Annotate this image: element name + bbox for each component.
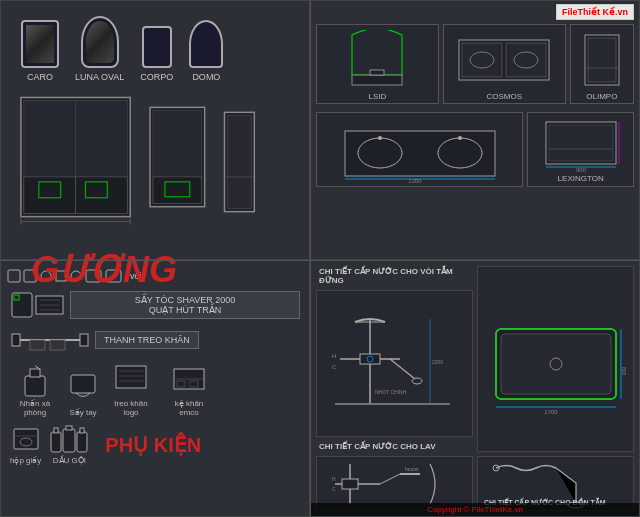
svg-point-31 [458, 136, 462, 140]
olimpo-label: OLIMPO [586, 92, 617, 101]
towel-hook-label: treo khăn logo [106, 399, 156, 417]
domo-label: DOMO [192, 72, 220, 82]
svg-rect-56 [30, 340, 45, 350]
cosmos-label: COSMOS [486, 92, 522, 101]
svg-rect-9 [153, 177, 202, 204]
paper-box-label: hộp giấy [10, 456, 41, 465]
svg-rect-94 [342, 479, 358, 489]
paper-box-icon [11, 424, 41, 454]
shaver-row: SẤY TÓC SHAVER 2000 QUẠT HÚT TRẦN [6, 289, 304, 321]
shower-standing-cad: H C 2200 NHOT CHINH [330, 314, 460, 414]
emco-shelf-label: kệ khăn emco [164, 399, 214, 417]
shower-header: CHI TIẾT CẤP NƯỚC CHO VÒI TẮM ĐỨNG [316, 266, 473, 286]
hand-dryer-label: Sấy tay [69, 408, 96, 417]
watermark: FileThiết Kế.vn [556, 4, 634, 20]
soap-dispenser-icon [20, 361, 50, 397]
svg-text:1200: 1200 [408, 178, 422, 184]
shampoo-item: DẦU GỘI [49, 424, 89, 465]
lsid-label: LSID [369, 92, 387, 101]
lexington-label: LEXINGTON [558, 174, 604, 183]
svg-rect-17 [352, 75, 402, 85]
towel-bar-icon [10, 326, 90, 354]
svg-text:faucet: faucet [405, 466, 419, 472]
bottom-accessories-row: hộp giấy DẦU GỘI PHỤ KIỆN [6, 422, 304, 467]
svg-rect-78 [80, 428, 84, 433]
bathtub-top-cad: 1700 800 [486, 299, 626, 419]
svg-rect-74 [54, 428, 58, 433]
accessories-icons-row: Nhấn xà phòng Sấy tay treo khăn logo [6, 359, 304, 419]
mirror-domo: DOMO [189, 20, 223, 82]
lav-header: CHI TIẾT CẤP NƯỚC CHO LAV [316, 441, 473, 452]
shampoo-icon [49, 424, 89, 454]
mirror-caro: CARO [21, 20, 59, 82]
mirror-corpo: CORPO [140, 26, 173, 82]
svg-line-95 [380, 474, 400, 484]
svg-rect-101 [501, 334, 611, 394]
svg-rect-47 [12, 293, 32, 317]
hand-dryer-icon [68, 370, 98, 406]
copyright-bar: Copyright © FileThietKe.vn [311, 503, 639, 516]
bottom-left-panel: vòi. SẤY TÓC SHAVER 2000 QUẠT HÚT TRẦN [0, 260, 310, 517]
say-toc-label: SẤY TÓC SHAVER 2000 QUẠT HÚT TRẦN [70, 291, 300, 319]
cosmos-drawing [454, 30, 554, 90]
shampoo-label: DẦU GỘI [53, 456, 86, 465]
emco-shelf-item: kệ khăn emco [164, 361, 214, 417]
emco-shelf-icon [172, 361, 207, 397]
luna-shape [81, 16, 119, 68]
svg-text:NHOT CHINH: NHOT CHINH [375, 389, 407, 395]
lsid-drawing [332, 30, 422, 90]
vanity-lsid: LSID [316, 24, 439, 104]
lexington-drawing: 900 [541, 117, 621, 172]
svg-rect-55 [80, 334, 88, 346]
svg-rect-76 [66, 426, 72, 430]
svg-rect-20 [462, 43, 502, 77]
vanity-lexington: 900 LEXINGTON [527, 112, 634, 187]
vanity-plan-left: 1200 [316, 112, 523, 187]
soap-dispenser-item: Nhấn xà phòng [10, 361, 60, 417]
svg-rect-40 [8, 270, 20, 282]
svg-text:800: 800 [621, 367, 626, 376]
mirror-luna-oval: LUNA OVAL [75, 16, 124, 82]
svg-rect-75 [63, 429, 75, 452]
caro-shape [21, 20, 59, 68]
paper-box-item: hộp giấy [10, 424, 41, 465]
guong-title: GƯƠNG [31, 249, 299, 291]
svg-text:C: C [332, 364, 337, 370]
vanity-olimpo: OLIMPO [570, 24, 634, 104]
towel-hook-item: treo khăn logo [106, 361, 156, 417]
main-container: CARO LUNA OVAL CORPO DOMO [0, 0, 640, 517]
svg-rect-38 [549, 125, 613, 161]
svg-rect-27 [345, 131, 495, 176]
svg-text:1700: 1700 [544, 409, 558, 415]
corpo-label: CORPO [140, 72, 173, 82]
domo-shape [189, 20, 223, 68]
mirror-items-row: CARO LUNA OVAL CORPO DOMO [11, 11, 299, 87]
towel-hook-icon [114, 361, 149, 397]
svg-rect-59 [30, 369, 40, 377]
svg-rect-25 [588, 38, 616, 82]
svg-text:C: C [332, 486, 336, 492]
svg-point-84 [412, 378, 422, 384]
shaver-icon [10, 291, 65, 319]
svg-point-30 [378, 136, 382, 140]
caro-label: CARO [27, 72, 53, 82]
svg-text:H: H [332, 476, 336, 482]
watermark-text: FileThiết Kế.vn [562, 7, 628, 17]
svg-rect-61 [71, 375, 95, 393]
top-left-panel: CARO LUNA OVAL CORPO DOMO [0, 0, 310, 260]
svg-rect-57 [50, 340, 65, 350]
svg-rect-62 [116, 366, 146, 388]
svg-text:900: 900 [576, 167, 587, 172]
olimpo-drawing [577, 30, 627, 90]
hand-dryer-item: Sấy tay [68, 370, 98, 417]
svg-rect-73 [51, 432, 61, 452]
svg-line-83 [390, 359, 415, 379]
corpo-shape [142, 26, 172, 68]
svg-rect-53 [12, 334, 20, 346]
svg-text:2200: 2200 [432, 359, 443, 365]
vanity-plan-drawing: 1200 [340, 126, 500, 184]
soap-label: Nhấn xà phòng [10, 399, 60, 417]
top-right-panel: FileThiết Kế.vn LSID [310, 0, 640, 260]
copyright-text: Copyright © FileThietKe.vn [427, 505, 523, 514]
svg-rect-12 [227, 115, 251, 208]
